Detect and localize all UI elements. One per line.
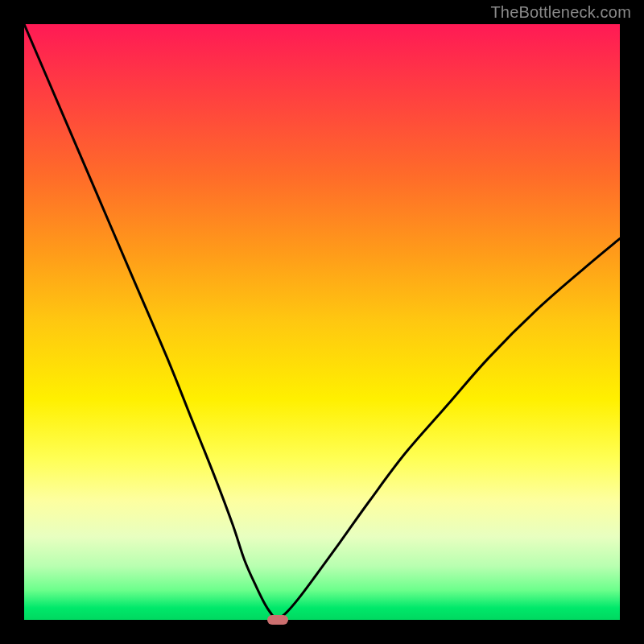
optimum-marker (267, 615, 288, 625)
watermark-text: TheBottleneck.com (490, 3, 631, 22)
curve-svg (24, 24, 620, 620)
plot-area (24, 24, 620, 620)
curve-left (24, 24, 278, 620)
chart-frame: TheBottleneck.com (0, 0, 644, 644)
curve-right (278, 238, 621, 620)
